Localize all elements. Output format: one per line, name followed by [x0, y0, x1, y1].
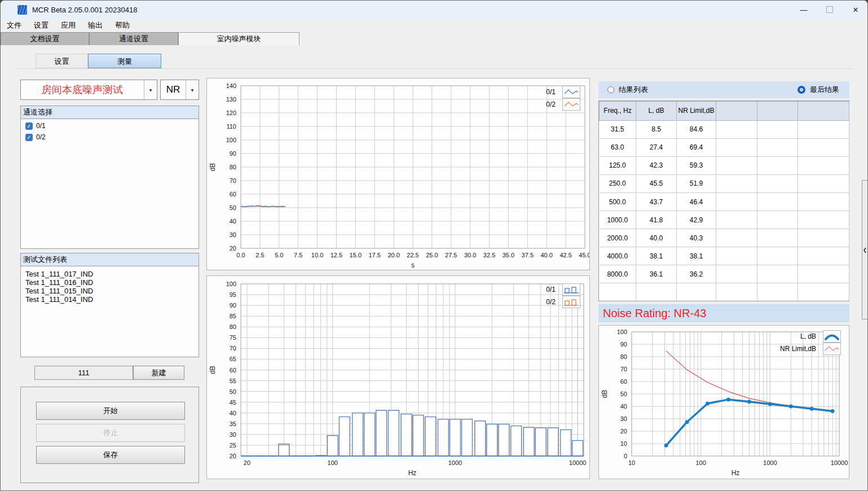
svg-text:40.0: 40.0 [541, 252, 553, 258]
app-icon [17, 5, 27, 15]
table-cell [716, 156, 757, 174]
table-cell: 38.1 [677, 247, 716, 265]
svg-text:70: 70 [230, 177, 236, 184]
table-cell [716, 120, 757, 138]
legend-item: 0/1 [526, 86, 580, 98]
menu-item-输出[interactable]: 输出 [82, 19, 109, 32]
start-button[interactable]: 开始 [36, 402, 185, 420]
svg-text:42.5: 42.5 [559, 252, 571, 258]
minimize-button[interactable]: — [791, 1, 817, 19]
table-header: Freq., Hz [600, 102, 636, 121]
menu-item-应用[interactable]: 应用 [55, 19, 82, 32]
legend-swatch-icon [562, 296, 580, 308]
table-cell [757, 138, 798, 156]
table-cell-empty [716, 283, 757, 301]
checkbox-checked-icon[interactable]: ✓ [25, 122, 33, 130]
divider [17, 68, 853, 69]
svg-text:35.0: 35.0 [503, 252, 514, 258]
channel-list: ✓0/1✓0/2 [21, 121, 199, 142]
table-cell [757, 211, 798, 229]
stop-button[interactable]: 停止 [36, 424, 185, 442]
test-file-item[interactable]: Test 1_111_015_IND [21, 287, 199, 295]
table-cell: 40.3 [677, 229, 716, 247]
table-cell [716, 265, 757, 283]
collapse-panel-handle[interactable]: ❮ [862, 180, 868, 319]
spectrum-chart: 2025303540455055606570758085909510020100… [206, 275, 590, 479]
tab-settings[interactable]: 设置 [36, 54, 88, 68]
tab-strip: 文档设置通道设置室内噪声模块 [1, 32, 868, 45]
table-cell: 2000.0 [600, 229, 636, 247]
table-cell: 8.5 [636, 120, 677, 138]
table-cell: 41.8 [636, 211, 677, 229]
main-tab-3[interactable]: 室内噪声模块 [178, 32, 299, 45]
table-cell [757, 247, 798, 265]
table-header: NR Limit,dB [677, 102, 716, 121]
test-type-dropdown[interactable]: 房间本底噪声测试 ▾ [20, 80, 157, 100]
table-header: L, dB [636, 102, 677, 121]
radio-selected-icon [797, 86, 805, 94]
table-cell [798, 174, 849, 192]
channel-item[interactable]: ✓0/1 [25, 121, 199, 130]
svg-text:10000: 10000 [569, 459, 587, 466]
svg-text:15.0: 15.0 [350, 252, 362, 258]
result-view-switch: 结果列表 最后结果 [598, 81, 849, 98]
svg-text:45: 45 [230, 399, 236, 406]
time-chart-legend: 0/10/2 [526, 86, 580, 111]
chevron-down-icon[interactable]: ▾ [144, 80, 157, 99]
svg-text:60: 60 [230, 191, 236, 198]
menu-item-帮助[interactable]: 帮助 [109, 19, 136, 32]
legend-item: 0/2 [526, 98, 580, 111]
menu-item-设置[interactable]: 设置 [28, 19, 55, 32]
svg-text:90: 90 [620, 341, 627, 348]
table-cell [757, 120, 798, 138]
channel-select-box: 通道选择 ✓0/1✓0/2 [20, 106, 199, 249]
chevron-down-icon[interactable]: ▾ [186, 80, 199, 99]
table-cell [716, 211, 757, 229]
checkbox-checked-icon[interactable]: ✓ [25, 134, 33, 141]
menu-bar: 文件设置应用输出帮助 [1, 19, 868, 32]
save-button[interactable]: 保存 [36, 446, 185, 464]
svg-text:Hz: Hz [732, 469, 740, 477]
table-cell: 42.3 [636, 156, 677, 174]
rating-type-dropdown[interactable]: NR ▾ [160, 80, 199, 100]
svg-text:100: 100 [695, 459, 706, 466]
test-file-list: Test 1_111_017_INDTest 1_111_016_INDTest… [21, 266, 199, 304]
new-button[interactable]: 新建 [133, 366, 184, 380]
table-cell: 46.4 [677, 193, 716, 211]
table-cell [757, 229, 798, 247]
table-cell: 42.9 [677, 211, 716, 229]
test-file-item[interactable]: Test 1_111_016_IND [21, 278, 199, 287]
test-file-item[interactable]: Test 1_111_017_IND [21, 270, 199, 278]
svg-text:1000: 1000 [763, 459, 777, 466]
radio-result-list[interactable]: 结果列表 [607, 85, 648, 95]
table-row: 4000.038.138.1 [600, 247, 849, 265]
tab-measure[interactable]: 测量 [88, 54, 161, 68]
radio-last-result[interactable]: 最后结果 [797, 85, 839, 95]
table-cell-empty [757, 283, 798, 301]
svg-text:60: 60 [620, 378, 627, 385]
close-button[interactable]: ✕ [843, 1, 868, 19]
table-cell: 125.0 [600, 156, 636, 174]
test-file-item[interactable]: Test 1_111_014_IND [21, 295, 199, 304]
svg-text:35: 35 [230, 420, 236, 427]
channel-item[interactable]: ✓0/2 [25, 133, 199, 142]
main-tab-2[interactable]: 通道设置 [89, 32, 178, 45]
table-cell [798, 229, 849, 247]
svg-text:s: s [411, 261, 415, 269]
table-cell [798, 211, 849, 229]
svg-text:90: 90 [230, 302, 236, 309]
svg-text:10000: 10000 [831, 459, 848, 466]
svg-text:1000: 1000 [448, 459, 462, 466]
svg-text:20: 20 [230, 453, 236, 459]
table-header [798, 102, 849, 121]
table-cell-empty [636, 283, 677, 301]
maximize-button[interactable] [817, 1, 843, 19]
menu-item-文件[interactable]: 文件 [1, 19, 28, 32]
main-tab-1[interactable]: 文档设置 [1, 32, 89, 45]
table-cell: 51.9 [677, 174, 716, 192]
app-window: MCR Beta 2.05.0.001 20230418 — ✕ 文件设置应用输… [0, 0, 868, 491]
svg-text:17.5: 17.5 [369, 252, 381, 258]
table-cell: 43.7 [636, 193, 677, 211]
test-name-input[interactable] [34, 366, 133, 380]
table-cell: 36.2 [677, 265, 716, 283]
